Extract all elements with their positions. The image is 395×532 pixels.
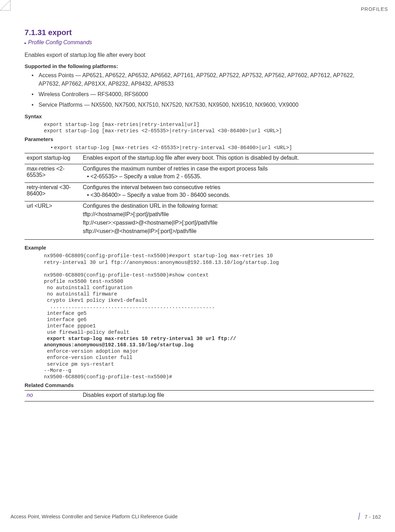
platform-list: Access Points — AP6521, AP6522, AP6532, … <box>25 71 374 109</box>
page-corner-fold <box>0 0 11 11</box>
footer-doc-title: Access Point, Wireless Controller and Se… <box>11 514 178 519</box>
intro-paragraph: Enables export of startup.log file after… <box>25 52 374 58</box>
related-cmd-desc: Disables export of startup.log file <box>81 390 374 401</box>
parameters-header: export startup-log [max-retries <2-65535… <box>51 144 374 151</box>
platform-item: Access Points — AP6521, AP6522, AP6532, … <box>39 71 374 88</box>
param-desc-text: Configures the destination URL in the fo… <box>83 203 371 209</box>
footer: Access Point, Wireless Controller and Se… <box>11 511 381 522</box>
platform-item: Service Platforms — NX5500, NX7500, NX75… <box>39 101 374 109</box>
page-content: 7.1.31 export Profile Config Commands En… <box>25 28 374 401</box>
supported-platforms-label: Supported in the following platforms: <box>25 63 374 69</box>
syntax-code: export startup-log [max-retries|retry-in… <box>44 121 374 134</box>
param-desc-text: Configures the interval between two cons… <box>83 184 220 190</box>
param-sub-item: <2-65535> – Specify a value from 2 - 655… <box>87 173 371 180</box>
table-row: export startup-log Enables export of the… <box>25 153 374 164</box>
platform-item: Wireless Controllers — RFS4000, RFS6000 <box>39 90 374 99</box>
related-commands-label: Related Commands <box>25 382 374 388</box>
param-url-format: ftp://<user>:<passwd>@<hostname|IP>[:por… <box>83 220 371 226</box>
param-desc: Configures the interval between two cons… <box>81 183 374 201</box>
related-commands-table: no Disables export of startup.log file <box>25 390 374 401</box>
footer-right: / 7 - 162 <box>358 511 381 522</box>
related-cmd-name: no <box>25 390 81 401</box>
param-desc: Configures the destination URL in the fo… <box>81 201 374 240</box>
parameters-label: Parameters <box>25 136 374 142</box>
param-name: retry-interval <30-86400> <box>25 183 81 201</box>
param-sub-item: <30-86400> – Specify a value from 30 - 8… <box>87 192 371 198</box>
param-url-format: tftp://<hostname|IP>[:port]/path/file <box>83 211 371 218</box>
table-row: url <URL> Configures the destination URL… <box>25 201 374 240</box>
table-row: max-retries <2-65535> Configures the max… <box>25 164 374 183</box>
syntax-label: Syntax <box>25 113 374 119</box>
param-name: max-retries <2-65535> <box>25 164 81 183</box>
page-number: 7 - 162 <box>364 514 381 520</box>
example-bold: export startup-log max-retries 10 retry-… <box>44 336 236 348</box>
example-post: enforce-version adoption major enforce-v… <box>44 348 172 380</box>
example-label: Example <box>25 245 374 251</box>
parameters-table: export startup-log Enables export of the… <box>25 153 374 240</box>
param-name: export startup-log <box>25 153 81 164</box>
table-row: no Disables export of startup.log file <box>25 390 374 401</box>
breadcrumb: Profile Config Commands <box>25 39 374 46</box>
footer-divider-icon: / <box>358 511 360 522</box>
param-url-format: sftp://<user>@<hostname|IP>[:port]>/path… <box>83 228 371 234</box>
header-section-name: PROFILES <box>361 6 388 12</box>
param-desc-text: Configures the maximum number of retries… <box>83 166 268 172</box>
example-code: nx9500-6C8809(config-profile-test-nx5500… <box>44 253 374 380</box>
table-row: retry-interval <30-86400> Configures the… <box>25 183 374 201</box>
param-name: url <URL> <box>25 201 81 240</box>
example-pre: nx9500-6C8809(config-profile-test-nx5500… <box>44 253 279 335</box>
page-title: 7.1.31 export <box>25 28 374 37</box>
param-desc: Enables export of the startup.log file a… <box>81 153 374 164</box>
param-desc: Configures the maximum number of retries… <box>81 164 374 183</box>
